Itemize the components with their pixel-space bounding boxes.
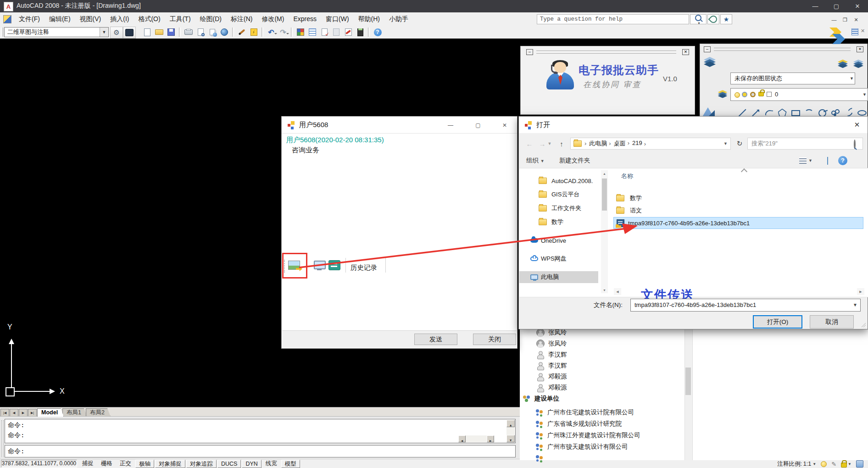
workspace-dropdown[interactable]: 二维草图与注释 ▼: [4, 27, 109, 37]
plot-preview-button[interactable]: [195, 27, 206, 37]
contact-row[interactable]: [535, 453, 700, 464]
layer-on-icon[interactable]: [734, 92, 740, 98]
contact-row[interactable]: 邓毅源: [536, 371, 701, 382]
contact-row[interactable]: 广州市住宅建筑设计院有限公司: [535, 407, 700, 418]
scroll-left-button[interactable]: ◀: [614, 288, 621, 295]
sidebar-item[interactable]: 数学: [519, 216, 598, 228]
command-hscrollbar[interactable]: ◀ ▶: [458, 435, 494, 442]
contact-row[interactable]: 广州珠江外资建筑设计院有限公司: [535, 430, 700, 441]
block-editor-button[interactable]: [248, 27, 259, 37]
sidebar-item[interactable]: 工作文件夹: [519, 202, 598, 214]
nav-history-dropdown[interactable]: ▼: [546, 138, 553, 150]
menu-item[interactable]: 文件(F): [14, 12, 45, 26]
window-maximize-button[interactable]: ▢: [826, 0, 847, 12]
sidebar-item[interactable]: WPS网盘: [519, 253, 598, 265]
new-folder-button[interactable]: 新建文件夹: [559, 156, 590, 165]
breadcrumb-item[interactable]: 219: [627, 139, 643, 148]
first-tab-button[interactable]: |◀: [0, 409, 9, 417]
new-file-button[interactable]: [142, 27, 153, 37]
toolbar-close-icon[interactable]: ✕: [861, 28, 865, 34]
filename-input[interactable]: tmpa93f8107-c760-4b95-a26e-13deb13b7bc1 …: [630, 299, 861, 312]
menu-item[interactable]: 帮助(H): [354, 12, 384, 26]
dwf-viewer-button[interactable]: [331, 27, 342, 37]
breadcrumb-item[interactable]: 桌面: [608, 139, 626, 148]
menu-item[interactable]: 插入(I): [106, 12, 134, 26]
layout-tab[interactable]: 布局1: [62, 408, 87, 417]
layer-states-manager-icon[interactable]: [838, 60, 848, 68]
communication-center-button[interactable]: [707, 14, 719, 24]
workspace-settings-button[interactable]: ⚙: [110, 27, 123, 39]
panel-close-button[interactable]: ✕: [682, 49, 689, 55]
status-toggle[interactable]: 捕捉: [79, 460, 97, 468]
layout-tab[interactable]: 布局2: [86, 408, 111, 417]
refresh-button[interactable]: ↻: [734, 138, 746, 150]
last-tab-button[interactable]: ▶|: [28, 409, 37, 417]
status-toggle[interactable]: DYN: [242, 460, 261, 468]
sidebar-scrollbar[interactable]: ▲ ▼: [601, 170, 608, 293]
three-d-dwf-button[interactable]: [219, 27, 230, 37]
command-history[interactable]: 命令:命令: ▲ ▼ ◀ ▶: [5, 419, 516, 443]
contact-row[interactable]: 李汉辉: [536, 349, 701, 360]
scroll-up-button[interactable]: ▲: [506, 420, 515, 427]
file-row[interactable]: 语文: [613, 205, 863, 217]
mdi-close-button[interactable]: ✕: [851, 15, 862, 24]
window-close-button[interactable]: ✕: [847, 0, 868, 12]
view-mode-button[interactable]: ▼: [799, 157, 812, 164]
status-toggle[interactable]: 正交: [117, 460, 134, 468]
scroll-right-button[interactable]: ▶: [487, 435, 494, 442]
cancel-button[interactable]: 取消: [810, 315, 854, 329]
scroll-left-button[interactable]: ◀: [458, 435, 466, 442]
match-properties-button[interactable]: [236, 27, 247, 37]
panel-minimize-button[interactable]: –: [526, 49, 533, 55]
previous-layer-icon[interactable]: [718, 90, 728, 98]
scroll-right-button[interactable]: ▶: [857, 288, 864, 295]
layer-dropdown[interactable]: 0 ▼: [730, 88, 868, 101]
favorites-button[interactable]: ★: [720, 14, 732, 24]
layer-unlock-icon[interactable]: [758, 92, 764, 96]
breadcrumb-dropdown-icon[interactable]: ▼: [723, 141, 728, 146]
annotation-scale-control[interactable]: 注释比例: 1:1 ▼: [777, 460, 816, 468]
command-input[interactable]: 命令:: [5, 445, 516, 457]
chat-minimize-button[interactable]: —: [446, 121, 455, 130]
panel-grip[interactable]: [714, 48, 851, 51]
chat-input-area[interactable]: [283, 279, 517, 332]
command-vscrollbar[interactable]: ▲ ▼: [506, 420, 515, 442]
status-toggle[interactable]: 线宽: [262, 460, 280, 468]
sheet-set-manager-button[interactable]: [307, 27, 318, 37]
mdi-minimize-button[interactable]: —: [829, 15, 840, 24]
menu-item[interactable]: 编辑(E): [45, 12, 75, 26]
contact-row[interactable]: 张凤玲: [536, 338, 701, 349]
toolbar-lock-control[interactable]: ▼: [841, 461, 851, 468]
clean-screen-icon[interactable]: [856, 460, 863, 468]
preview-pane-button[interactable]: [827, 157, 828, 164]
contact-row[interactable]: 广东省城乡规划设计研究院: [535, 418, 700, 429]
quick-calc-button[interactable]: [355, 27, 366, 37]
sort-ascending-icon[interactable]: [741, 168, 747, 175]
menu-item[interactable]: 工具(T): [165, 12, 195, 26]
sidebar-item[interactable]: OneDrive: [519, 234, 598, 246]
command-window-grip[interactable]: [1, 420, 4, 457]
name-column-header[interactable]: 名称: [621, 172, 633, 180]
chat-close-button[interactable]: ✕: [500, 121, 509, 130]
nav-back-button[interactable]: ←: [523, 138, 535, 150]
sidebar-item[interactable]: AutoCAD.2008.: [519, 175, 598, 187]
contact-row[interactable]: 李汉辉: [536, 360, 701, 371]
assistant-logo-icon[interactable]: [828, 28, 846, 45]
dialog-resize-grip[interactable]: [861, 323, 866, 327]
status-toggle[interactable]: 对象追踪: [186, 460, 217, 468]
help-search-input[interactable]: Type a question for help: [537, 14, 689, 24]
chat-maximize-button[interactable]: ▢: [473, 121, 483, 130]
status-toggle[interactable]: 极轴: [135, 460, 154, 468]
send-cad-file-button[interactable]: [328, 259, 341, 272]
dialog-close-button[interactable]: ✕: [846, 117, 868, 133]
layer-viewport-icon[interactable]: [750, 92, 756, 97]
publish-to-web-button[interactable]: [207, 27, 218, 37]
menu-item[interactable]: 格式(O): [134, 12, 165, 26]
annotation-visibility-icon[interactable]: [821, 461, 827, 467]
save-button[interactable]: [166, 27, 177, 37]
screen-capture-button[interactable]: [313, 259, 326, 272]
menu-item[interactable]: Express: [289, 12, 321, 26]
layer-freeze-icon[interactable]: [742, 92, 747, 97]
layer-properties-icon[interactable]: [853, 60, 863, 68]
autoscale-pen-icon[interactable]: ✎: [831, 461, 836, 468]
